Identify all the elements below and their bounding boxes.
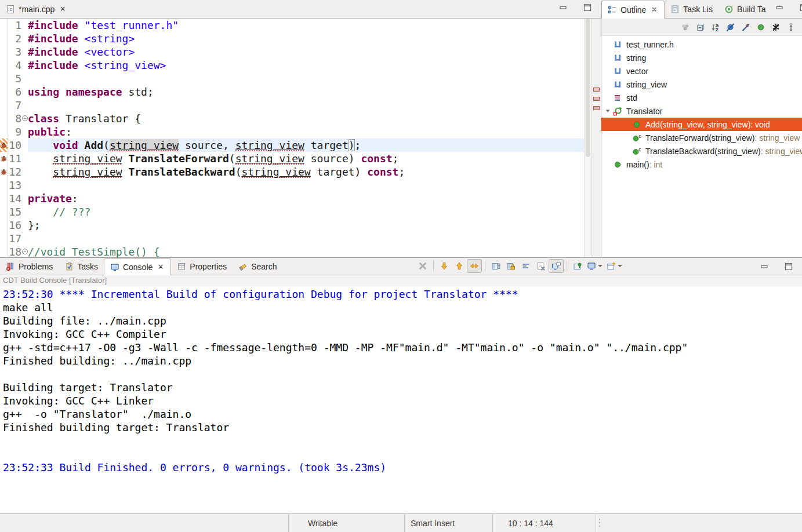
tab-console[interactable]: Console <box>104 258 171 275</box>
editor-pane: .c*main.cpp 1#include "test_runner.h"2#i… <box>0 0 601 257</box>
code-line[interactable]: 5 <box>0 72 584 85</box>
code-line[interactable]: 12 string_view TranslateBackward(string_… <box>0 165 584 178</box>
show-console-on-output-button[interactable] <box>549 259 564 273</box>
scrollbar-thumb[interactable] <box>586 19 590 157</box>
outline-item-label: TranslateBackward(string_view) <box>645 147 761 156</box>
close-icon[interactable] <box>59 5 67 13</box>
outline-item-main[interactable]: main() : int <box>601 158 802 171</box>
code-line[interactable]: 14private: <box>0 192 584 205</box>
close-icon[interactable] <box>157 263 165 271</box>
collapse-all-button[interactable] <box>693 20 708 34</box>
code-line[interactable]: 15 // ??? <box>0 205 584 218</box>
tab-task-lis[interactable]: Task Lis <box>665 0 718 18</box>
close-icon[interactable] <box>651 6 658 13</box>
code-line[interactable]: 17 <box>0 232 584 245</box>
focus-button[interactable] <box>678 20 693 34</box>
word-wrap-button[interactable] <box>518 259 534 273</box>
error-overview-mark[interactable] <box>593 106 600 110</box>
overview-ruler[interactable] <box>591 19 601 257</box>
fold-collapse-icon[interactable] <box>22 249 28 254</box>
code-line[interactable]: 13 <box>0 178 584 192</box>
line-number: 8 <box>8 112 22 125</box>
code-line[interactable]: 9public: <box>0 125 584 139</box>
outline-item-translateforward[interactable]: cTranslateForward(string_view) : string_… <box>601 131 802 144</box>
tab-search[interactable]: Search <box>233 258 282 275</box>
terminate-button[interactable] <box>415 259 430 273</box>
clear-console-button[interactable] <box>534 259 549 273</box>
code-line[interactable]: 7 <box>0 99 584 112</box>
outline-item-test-runner-h[interactable]: test_runner.h <box>601 38 802 51</box>
outline-item-string[interactable]: string <box>601 51 802 64</box>
code-editor[interactable]: 1#include "test_runner.h"2#include <stri… <box>0 19 601 257</box>
code-line[interactable]: 2#include <string> <box>0 32 584 45</box>
next-error-button[interactable] <box>437 259 452 273</box>
editor-scrollbar[interactable] <box>584 19 591 257</box>
hide-inactive-button[interactable] <box>768 20 783 34</box>
outline-item-std[interactable]: std <box>601 91 802 104</box>
bug-marker-icon[interactable] <box>0 152 8 165</box>
previous-error-button[interactable] <box>452 259 467 273</box>
console-line <box>3 367 802 381</box>
error-overview-mark[interactable] <box>593 97 600 101</box>
error-overview-mark[interactable] <box>593 88 600 92</box>
outline-item-vector[interactable]: vector <box>601 64 802 78</box>
code-text: using namespace std; <box>28 85 584 99</box>
tab-problems[interactable]: Problems <box>0 258 59 275</box>
outline-item-translatebackward[interactable]: cTranslateBackward(string_view) : string… <box>601 144 802 158</box>
code-line[interactable]: 3#include <vector> <box>0 45 584 59</box>
hide-non-public-button[interactable] <box>753 20 768 34</box>
tab-label: Properties <box>190 262 227 271</box>
minimize-button[interactable] <box>556 1 571 14</box>
console-bubble-icon <box>551 261 561 271</box>
outline-item-add[interactable]: Add(string_view, string_view) : void <box>601 118 802 131</box>
hide-static-button[interactable]: s <box>738 20 753 34</box>
code-line[interactable]: 11 string_view TranslateForward(string_v… <box>0 152 584 165</box>
maximize-button[interactable] <box>796 1 802 14</box>
code-line[interactable]: 18//void TestSimple() { <box>0 245 584 257</box>
outline-item-string-view[interactable]: string_view <box>601 78 802 91</box>
code-line[interactable]: 16}; <box>0 218 584 232</box>
minimize-button[interactable] <box>757 260 772 274</box>
tab-tasks[interactable]: Tasks <box>59 258 104 275</box>
pin-console-button[interactable] <box>570 259 585 273</box>
view-menu-button[interactable] <box>783 20 799 34</box>
tab-build-ta[interactable]: Build Ta <box>718 0 772 18</box>
code-text: private: <box>28 192 584 205</box>
code-line[interactable]: 4#include <string_view> <box>0 59 584 72</box>
code-line[interactable]: 8class Translator { <box>0 112 584 125</box>
expand-arrow-icon[interactable] <box>604 107 612 115</box>
bug-marker-icon[interactable] <box>0 139 8 152</box>
gutter-annotation <box>0 178 8 192</box>
fold-collapse-icon[interactable] <box>22 115 28 121</box>
open-console-button[interactable] <box>605 259 625 273</box>
editor-tabbar: .c*main.cpp <box>0 0 601 19</box>
code-line[interactable]: 6using namespace std; <box>0 85 584 99</box>
status-drag-handle[interactable] <box>596 514 604 532</box>
caret-down-icon[interactable] <box>618 265 622 267</box>
outline-item-label: Translator <box>626 107 663 116</box>
outline-item-translator[interactable]: Translator <box>601 104 802 118</box>
copy-log-button[interactable] <box>488 259 503 273</box>
bug-marker-icon[interactable] <box>0 165 8 178</box>
minimize-button[interactable] <box>772 1 787 14</box>
code-text: string_view TranslateBackward(string_vie… <box>28 165 584 178</box>
maximize-button[interactable] <box>580 1 595 14</box>
outline-item-label: string_view <box>626 80 667 89</box>
console-output[interactable]: 23:52:30 **** Incremental Build of confi… <box>0 286 802 513</box>
gutter-annotation <box>0 72 8 85</box>
scroll-lock-button[interactable] <box>503 259 518 273</box>
code-line[interactable]: 10 void Add(string_view source, string_v… <box>0 139 584 152</box>
editor-tab-main-cpp[interactable]: .c*main.cpp <box>0 0 72 18</box>
display-console-button[interactable] <box>585 259 605 273</box>
gutter-annotation <box>0 32 8 45</box>
hide-fields-button[interactable] <box>723 20 738 34</box>
tab-properties[interactable]: Properties <box>171 258 233 275</box>
code-text <box>28 178 584 192</box>
show-error-button[interactable] <box>467 259 482 273</box>
code-line[interactable]: 1#include "test_runner.h" <box>0 19 584 32</box>
maximize-button[interactable] <box>781 260 796 274</box>
tab-outline[interactable]: Outline <box>601 1 665 19</box>
caret-down-icon[interactable] <box>598 265 603 267</box>
code-text: string_view TranslateForward(string_view… <box>28 152 584 165</box>
sort-button[interactable]: az <box>708 20 723 34</box>
